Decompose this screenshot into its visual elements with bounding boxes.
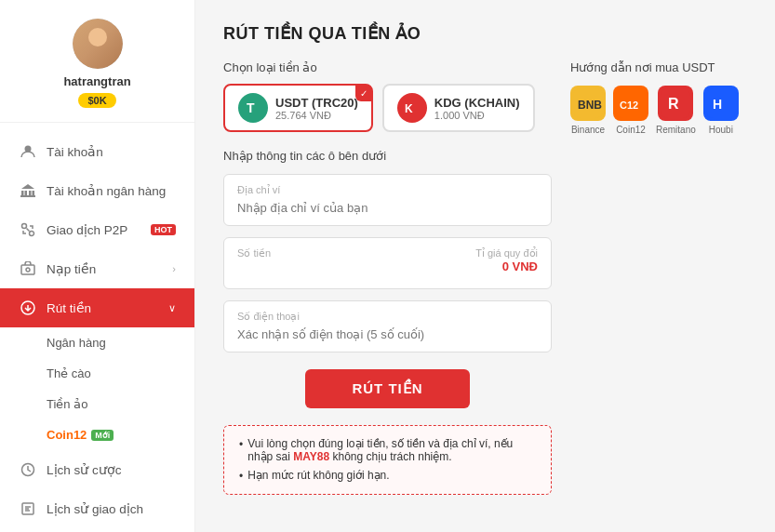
content-left: Chọn loại tiền ảo T USDT (TRC20) 25.764 … (223, 60, 552, 495)
sidebar-item-transaction-history[interactable]: Lịch sử giao dịch (0, 489, 194, 528)
coin12-logo-label: Coin12 (616, 125, 646, 135)
trc20-price: 25.764 VNĐ (275, 110, 358, 121)
notice-item-1: • Vui lòng chọn đúng loại tiền, số tiền … (239, 437, 536, 463)
guide-logos: BNB Binance C12 Coin12 (570, 86, 747, 135)
svg-text:R: R (668, 96, 679, 112)
trc20-check-icon: ✓ (355, 85, 372, 101)
svg-text:C12: C12 (620, 100, 638, 111)
sidebar-item-bet-history-label: Lịch sử cược (47, 462, 176, 477)
svg-rect-4 (33, 191, 35, 195)
trc20-icon: T (238, 93, 268, 123)
houbi-icon: H (703, 86, 739, 121)
kdg-name: KDG (KCHAIN) (434, 96, 520, 110)
page-title: RÚT TIỀN QUA TIỀN ẢO (223, 23, 747, 44)
sidebar-item-bet-history[interactable]: Lịch sử cược (0, 450, 194, 489)
sub-nav-bank[interactable]: Ngân hàng (0, 327, 194, 358)
guide-title: Hướng dẫn nơi mua USDT (570, 60, 747, 74)
svg-point-7 (22, 224, 27, 229)
sidebar-item-deposit[interactable]: Nạp tiền › (0, 249, 194, 288)
phone-label: Số điện thoại (237, 311, 538, 323)
svg-rect-9 (21, 265, 34, 274)
notice-item-2: • Hạn mức rút không giới hạn. (239, 469, 536, 483)
hot-badge: HOT (151, 224, 176, 235)
coin12-logo-icon: C12 (613, 86, 648, 121)
deposit-arrow-icon: › (172, 263, 176, 274)
remitano-icon: R (658, 86, 693, 121)
exchange-value: 0 VNĐ (475, 259, 538, 273)
submit-button[interactable]: RÚT TIỀN (305, 369, 469, 408)
wallet-input[interactable] (237, 201, 538, 215)
guide-logo-binance[interactable]: BNB Binance (570, 86, 606, 135)
binance-label: Binance (571, 125, 605, 135)
sub-nav: Ngân hàng Thẻ cào Tiền ảo Coin12 Mới (0, 327, 194, 450)
phone-field-group: Số điện thoại (223, 300, 552, 352)
amount-input[interactable] (237, 264, 405, 278)
svg-text:BNB: BNB (578, 99, 602, 112)
guide-logo-houbi[interactable]: H Houbi (703, 86, 739, 135)
notice-1-highlight: MAY88 (293, 450, 329, 463)
houbi-label: Houbi (709, 125, 733, 135)
sub-nav-card[interactable]: Thẻ cào (0, 358, 194, 389)
sidebar-item-earn[interactable]: Kiếm tiền (0, 528, 194, 532)
sub-nav-coin12[interactable]: Coin12 Mới (0, 419, 194, 450)
remitano-label: Remitano (656, 125, 696, 135)
sidebar-item-withdraw[interactable]: Rút tiền ∨ (0, 288, 194, 327)
sidebar-item-transaction-history-label: Lịch sử giao dịch (47, 501, 176, 516)
p2p-icon (19, 220, 37, 239)
coin-option-trc20[interactable]: T USDT (TRC20) 25.764 VNĐ ✓ (223, 84, 373, 132)
kdg-price: 1.000 VNĐ (434, 110, 520, 121)
wallet-label: Địa chỉ ví (237, 184, 538, 196)
guide-logo-remitano[interactable]: R Remitano (656, 86, 696, 135)
amount-field: Số tiền Tỉ giá quy đổi 0 VNĐ (223, 237, 552, 289)
sidebar-item-deposit-label: Nạp tiền (47, 261, 172, 276)
sub-nav-crypto[interactable]: Tiền ảo (0, 389, 194, 419)
svg-rect-6 (20, 195, 35, 197)
wallet-field-group: Địa chỉ ví (223, 174, 552, 226)
sidebar-item-p2p-label: Giao dịch P2P (47, 222, 146, 237)
avatar (73, 19, 123, 69)
svg-rect-3 (29, 191, 32, 195)
main-content: RÚT TIỀN QUA TIỀN ẢO Chọn loại tiền ảo T… (195, 0, 775, 532)
phone-field: Số điện thoại (223, 300, 552, 352)
sub-nav-card-label: Thẻ cào (47, 366, 91, 380)
notice-1-after: không chịu trách nhiệm. (329, 450, 451, 463)
svg-text:T: T (247, 100, 255, 115)
section-coin-type-label: Chọn loại tiền ảo (223, 60, 552, 74)
svg-text:K: K (405, 102, 413, 115)
sub-nav-crypto-label: Tiền ảo (47, 397, 87, 411)
coin12-label: Coin12 (47, 428, 87, 442)
username: hatrangtran (63, 74, 130, 88)
sidebar-item-account[interactable]: Tài khoản (0, 132, 194, 171)
withdraw-icon (19, 299, 37, 317)
notice-2-text: Hạn mức rút không giới hạn. (247, 469, 389, 482)
svg-text:H: H (713, 97, 722, 112)
svg-point-10 (26, 268, 30, 272)
svg-rect-1 (21, 191, 24, 195)
svg-marker-5 (21, 184, 34, 189)
wallet-field: Địa chỉ ví (223, 174, 552, 226)
exchange-label: Tỉ giá quy đổi (475, 247, 538, 259)
sub-nav-bank-label: Ngân hàng (47, 336, 106, 350)
sidebar-item-bank-account[interactable]: Tài khoản ngân hàng (0, 171, 194, 210)
sidebar-item-account-label: Tài khoản (47, 144, 176, 159)
amount-field-group: Số tiền Tỉ giá quy đổi 0 VNĐ (223, 237, 552, 289)
sidebar-item-bank-account-label: Tài khoản ngân hàng (47, 183, 176, 198)
sidebar-nav: Tài khoản Tài khoản ngân hàng (0, 123, 194, 532)
sidebar-item-p2p[interactable]: Giao dịch P2P HOT (0, 210, 194, 249)
bank-icon (19, 181, 37, 200)
guide-logo-coin12[interactable]: C12 Coin12 (613, 86, 648, 135)
sidebar: hatrangtran $0K Tài khoản (0, 0, 195, 532)
guide-section: Hướng dẫn nơi mua USDT BNB Binance (570, 60, 747, 495)
coin-option-kdg[interactable]: K KDG (KCHAIN) 1.000 VNĐ (382, 84, 535, 132)
form-section-label: Nhập thông tin các ô bên dưới (223, 149, 552, 163)
svg-rect-2 (25, 191, 28, 195)
user-icon (19, 142, 37, 161)
kdg-icon: K (397, 93, 427, 123)
phone-input[interactable] (237, 327, 538, 341)
svg-point-8 (30, 232, 34, 236)
transaction-icon (19, 499, 37, 518)
bet-history-icon (19, 460, 37, 479)
amount-label: Số tiền (237, 247, 405, 259)
profile-section: hatrangtran $0K (0, 0, 194, 123)
binance-icon: BNB (570, 86, 606, 121)
